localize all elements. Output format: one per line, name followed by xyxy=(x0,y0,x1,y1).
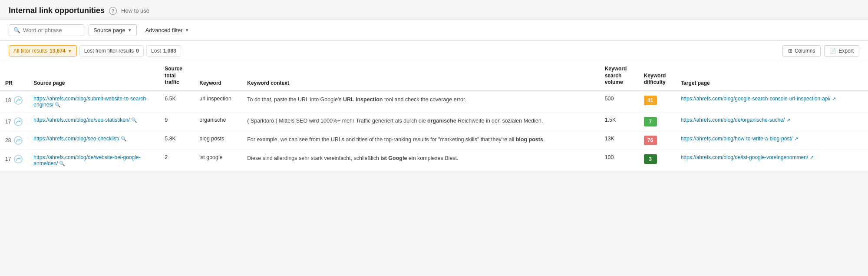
table-row: 17 https://ahrefs.com/blog/de/website-be… xyxy=(0,150,868,171)
col-header-pr: PR xyxy=(0,61,28,91)
trend-icon xyxy=(13,96,23,105)
keyword-cell: blog posts xyxy=(194,131,242,150)
ksv-cell: 13K xyxy=(600,131,639,150)
source-cell: https://ahrefs.com/blog/seo-checklist/🔍 xyxy=(28,131,159,150)
lost-from-filter-label: Lost from filter results xyxy=(84,48,134,54)
pr-cell: 17 xyxy=(0,150,28,171)
target-cell: https://ahrefs.com/blog/how-to-write-a-b… xyxy=(676,131,868,150)
chevron-down-icon: ▼ xyxy=(128,28,132,33)
kd-badge: 7 xyxy=(644,117,657,126)
ksv-cell: 100 xyxy=(600,150,639,171)
all-filter-tab[interactable]: All filter results 13,674 ▼ xyxy=(9,45,77,57)
columns-button[interactable]: ⊞ Columns xyxy=(782,45,821,57)
source-link[interactable]: https://ahrefs.com/blog/submit-website-t… xyxy=(33,96,148,108)
target-url-text: https://ahrefs.com/blog/google-search-co… xyxy=(681,96,831,102)
advanced-filter-button[interactable]: Advanced filter ▼ xyxy=(141,25,194,36)
source-cell: https://ahrefs.com/blog/de/website-bei-g… xyxy=(28,150,159,171)
svg-point-0 xyxy=(14,96,22,104)
svg-point-2 xyxy=(14,136,22,144)
ksv-value: 100 xyxy=(605,154,614,160)
col-header-kd: Keyworddifficulty xyxy=(639,61,676,91)
pr-value: 17 xyxy=(5,156,11,162)
source-cell: https://ahrefs.com/blog/de/seo-statistik… xyxy=(28,112,159,131)
how-to-use-link[interactable]: How to use xyxy=(121,7,149,14)
source-page-dropdown[interactable]: Source page ▼ xyxy=(89,24,137,36)
search-source-icon[interactable]: 🔍 xyxy=(121,136,127,141)
target-link[interactable]: https://ahrefs.com/blog/de/organische-su… xyxy=(681,117,863,123)
target-url-text: https://ahrefs.com/blog/how-to-write-a-b… xyxy=(681,136,792,142)
lost-tab[interactable]: Lost 1,083 xyxy=(146,45,181,57)
target-cell: https://ahrefs.com/blog/google-search-co… xyxy=(676,91,868,113)
traffic-value: 6.5K xyxy=(165,96,176,102)
kd-cell: 3 xyxy=(639,150,676,171)
search-source-icon[interactable]: 🔍 xyxy=(59,161,65,166)
traffic-value: 2 xyxy=(165,154,168,160)
results-table-wrapper: PR Source page Sourcetotaltraffic Keywor… xyxy=(0,61,868,171)
kd-badge: 3 xyxy=(644,154,657,164)
page-title: Internal link opportunities xyxy=(9,6,105,15)
search-source-icon[interactable]: 🔍 xyxy=(131,117,137,123)
pr-value: 18 xyxy=(5,97,11,103)
help-icon[interactable]: ? xyxy=(109,7,117,15)
external-link-icon: ↗ xyxy=(786,117,790,123)
export-button[interactable]: 📄 Export xyxy=(824,45,859,57)
search-icon: 🔍 xyxy=(13,27,20,33)
target-link[interactable]: https://ahrefs.com/blog/de/ist-google-vo… xyxy=(681,154,863,160)
traffic-cell: 2 xyxy=(159,150,194,171)
traffic-cell: 9 xyxy=(159,112,194,131)
search-input[interactable] xyxy=(23,27,79,33)
trend-icon xyxy=(13,136,23,145)
table-row: 18 https://ahrefs.com/blog/submit-websit… xyxy=(0,91,868,113)
kd-badge: 76 xyxy=(644,136,657,145)
target-link[interactable]: https://ahrefs.com/blog/google-search-co… xyxy=(681,96,863,102)
target-cell: https://ahrefs.com/blog/de/organische-su… xyxy=(676,112,868,131)
source-cell: https://ahrefs.com/blog/submit-website-t… xyxy=(28,91,159,113)
export-icon: 📄 xyxy=(830,48,836,54)
keyword-value: organische xyxy=(199,117,226,123)
traffic-cell: 6.5K xyxy=(159,91,194,113)
kd-cell: 7 xyxy=(639,112,676,131)
trend-icon xyxy=(13,154,23,164)
col-header-target: Target page xyxy=(676,61,868,91)
col-header-keyword: Keyword xyxy=(194,61,242,91)
svg-point-3 xyxy=(14,155,22,163)
keyword-context-text: ( Sparktoro ) Mittels SEO wird 1000%+ me… xyxy=(247,118,543,124)
traffic-value: 5.8K xyxy=(165,136,176,142)
target-cell: https://ahrefs.com/blog/de/ist-google-vo… xyxy=(676,150,868,171)
keyword-cell: organische xyxy=(194,112,242,131)
col-header-source: Source page xyxy=(28,61,159,91)
ksv-value: 500 xyxy=(605,96,614,102)
target-link[interactable]: https://ahrefs.com/blog/how-to-write-a-b… xyxy=(681,136,863,142)
keyword-context-text: For example, we can see from the URLs an… xyxy=(247,136,545,143)
search-source-icon[interactable]: 🔍 xyxy=(55,102,61,107)
target-url-text: https://ahrefs.com/blog/de/organische-su… xyxy=(681,117,785,123)
toolbar-right: ⊞ Columns 📄 Export xyxy=(782,45,859,57)
trend-icon xyxy=(13,117,23,126)
source-link[interactable]: https://ahrefs.com/blog/de/website-bei-g… xyxy=(33,154,140,166)
kd-cell: 41 xyxy=(639,91,676,113)
source-link[interactable]: https://ahrefs.com/blog/de/seo-statistik… xyxy=(33,117,129,123)
source-link[interactable]: https://ahrefs.com/blog/seo-checklist/ xyxy=(33,136,119,142)
lost-from-filter-tab[interactable]: Lost from filter results 0 xyxy=(79,45,144,57)
keyword-context-text: Diese sind allerdings sehr stark vereinf… xyxy=(247,155,458,161)
results-table: PR Source page Sourcetotaltraffic Keywor… xyxy=(0,61,868,171)
kd-cell: 76 xyxy=(639,131,676,150)
col-header-traffic: Sourcetotaltraffic xyxy=(159,61,194,91)
traffic-value: 9 xyxy=(165,117,168,123)
filter-tabs: All filter results 13,674 ▼ Lost from fi… xyxy=(9,45,181,57)
chevron-down-icon: ▼ xyxy=(68,49,72,53)
external-link-icon: ↗ xyxy=(794,136,798,142)
pr-cell: 28 xyxy=(0,131,28,150)
chevron-down-icon: ▼ xyxy=(185,28,189,33)
context-cell: Diese sind allerdings sehr stark vereinf… xyxy=(242,150,599,171)
ksv-cell: 1.5K xyxy=(600,112,639,131)
external-link-icon: ↗ xyxy=(832,96,836,102)
kd-badge: 41 xyxy=(644,96,657,105)
toolbar: 🔍 Source page ▼ Advanced filter ▼ xyxy=(0,20,868,41)
context-cell: To do that, paste the URL into Google's … xyxy=(242,91,599,113)
all-filter-label: All filter results xyxy=(13,48,47,54)
keyword-value: url inspection xyxy=(199,96,231,102)
pr-cell: 18 xyxy=(0,91,28,113)
lost-from-filter-count: 0 xyxy=(136,48,139,54)
all-filter-count: 13,674 xyxy=(50,48,66,54)
